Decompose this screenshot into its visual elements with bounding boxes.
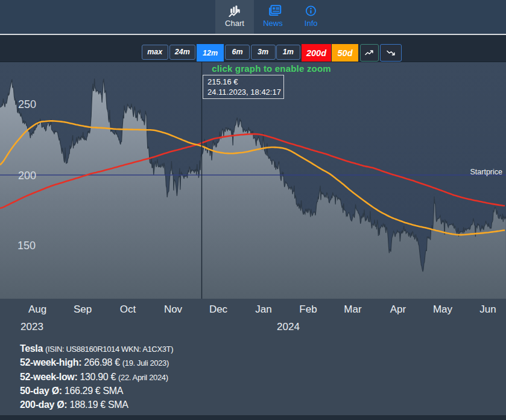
svg-text:Startprice: Startprice xyxy=(470,168,503,176)
